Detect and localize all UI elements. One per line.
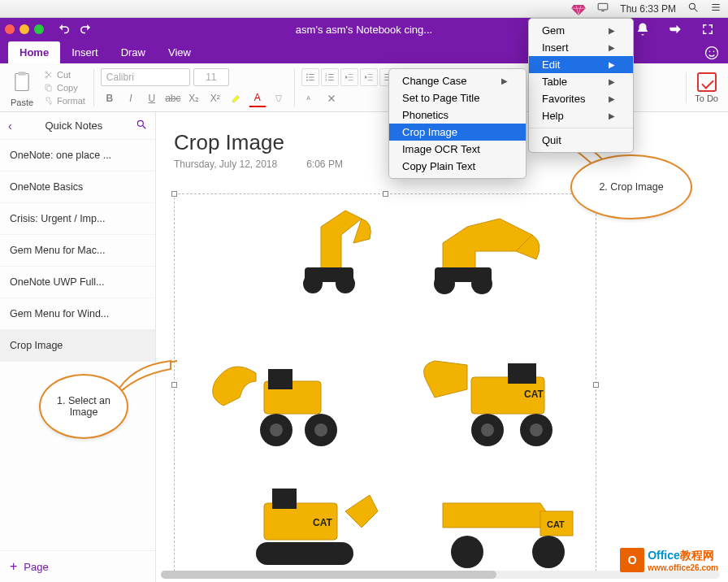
- clear-format-button[interactable]: [270, 89, 288, 107]
- add-page-button[interactable]: + Page: [0, 550, 155, 582]
- svg-text:A: A: [306, 95, 310, 101]
- styles-button[interactable]: A: [301, 89, 319, 107]
- svg-text:3: 3: [325, 78, 327, 81]
- edit-phonetics[interactable]: Phonetics: [389, 106, 526, 124]
- mac-menubar: Thu 6:33 PM: [0, 0, 728, 18]
- screen-mirror-icon[interactable]: [597, 2, 609, 15]
- tab-home[interactable]: Home: [8, 41, 60, 63]
- gem-menu-edit[interactable]: Edit▶: [529, 56, 633, 73]
- sidebar-item[interactable]: OneNote UWP Full...: [0, 267, 155, 298]
- svg-rect-1: [598, 3, 608, 10]
- gem-menu-gem[interactable]: Gem▶: [529, 22, 633, 39]
- superscript-button[interactable]: X²: [206, 89, 224, 107]
- indent-button[interactable]: [360, 68, 378, 86]
- svg-point-39: [137, 120, 143, 126]
- watermark: O Office教程网 www.office26.com: [620, 548, 718, 572]
- italic-button[interactable]: I: [122, 89, 140, 107]
- svg-rect-11: [15, 73, 28, 90]
- svg-point-10: [713, 51, 715, 53]
- svg-point-21: [306, 79, 308, 80]
- outdent-button[interactable]: [340, 68, 358, 86]
- notification-center-icon[interactable]: [710, 2, 722, 15]
- svg-point-51: [270, 423, 283, 436]
- svg-point-58: [481, 423, 494, 436]
- gem-menu-table[interactable]: Table▶: [529, 73, 633, 90]
- bullets-button[interactable]: [301, 68, 319, 86]
- fullscreen-icon[interactable]: [700, 22, 715, 37]
- font-color-button[interactable]: A: [249, 89, 266, 107]
- toy-dumptruck-icon: CAT: [418, 479, 589, 576]
- numbering-button[interactable]: 123: [321, 68, 339, 86]
- selected-image-frame[interactable]: CAT CAT CAT: [174, 193, 596, 575]
- edit-set-page-title[interactable]: Set to Page Title: [389, 89, 526, 106]
- sidebar-search-icon[interactable]: [136, 119, 147, 132]
- svg-point-52: [314, 423, 327, 436]
- sidebar-item[interactable]: Crop Image: [0, 330, 155, 362]
- edit-crop-image[interactable]: Crop Image: [389, 124, 526, 141]
- gem-menu-insert[interactable]: Insert▶: [529, 39, 633, 56]
- toy-loader-icon: CAT: [402, 341, 573, 454]
- notifications-icon[interactable]: [635, 22, 650, 37]
- plus-icon: +: [10, 559, 17, 574]
- sidebar-item[interactable]: Crisis: Urgent / Imp...: [0, 203, 155, 235]
- strike-button[interactable]: abc: [164, 89, 182, 107]
- cut-button[interactable]: Cut: [42, 69, 87, 80]
- svg-rect-63: [256, 542, 353, 565]
- todo-tag-button[interactable]: [697, 72, 717, 92]
- sidebar-title: Quick Notes: [12, 119, 136, 132]
- page-date: Thursday, July 12, 2018: [174, 159, 277, 170]
- font-name-combo[interactable]: Calibri: [101, 68, 190, 86]
- spotlight-icon[interactable]: [687, 2, 699, 15]
- svg-point-8: [706, 47, 718, 59]
- svg-rect-48: [268, 369, 292, 389]
- resize-handle[interactable]: [171, 191, 177, 197]
- toy-excavator-icon: [272, 202, 378, 300]
- svg-point-66: [451, 536, 483, 568]
- svg-rect-16: [47, 86, 51, 91]
- undo-icon[interactable]: [57, 22, 72, 37]
- delete-button[interactable]: [323, 89, 340, 107]
- close-window-button[interactable]: [5, 24, 15, 34]
- tab-draw[interactable]: Draw: [110, 41, 157, 63]
- svg-marker-0: [572, 5, 586, 15]
- gem-menu-help[interactable]: Help▶: [529, 107, 633, 124]
- highlight-button[interactable]: [228, 89, 245, 107]
- sidebar-item[interactable]: OneNote: one place ...: [0, 140, 155, 172]
- format-painter-button[interactable]: Format: [42, 95, 87, 106]
- gem-menu-favorites[interactable]: Favorites▶: [529, 90, 633, 107]
- svg-text:CAT: CAT: [524, 389, 544, 400]
- toy-bulldozer-icon: CAT: [223, 479, 386, 576]
- font-size-combo[interactable]: 11: [193, 68, 229, 86]
- bold-button[interactable]: B: [101, 89, 119, 107]
- todo-label: To Do: [695, 93, 718, 103]
- svg-point-17: [306, 73, 308, 75]
- svg-rect-54: [508, 363, 536, 384]
- sidebar-item[interactable]: OneNote Basics: [0, 172, 155, 203]
- paste-button[interactable]: Paste: [5, 68, 39, 107]
- callout-select-image: 1. Select an Image: [39, 374, 128, 439]
- edit-submenu: Change Case▶ Set to Page Title Phonetics…: [388, 68, 526, 179]
- tab-insert[interactable]: Insert: [60, 41, 110, 63]
- underline-button[interactable]: U: [143, 89, 161, 107]
- minimize-window-button[interactable]: [20, 24, 29, 34]
- svg-line-40: [143, 126, 146, 129]
- edit-change-case[interactable]: Change Case▶: [389, 72, 526, 89]
- sidebar-item[interactable]: Gem Menu for Wind...: [0, 298, 155, 330]
- copy-button[interactable]: Copy: [42, 82, 87, 93]
- gem-menubar-icon[interactable]: [571, 2, 586, 16]
- subscript-button[interactable]: X₂: [185, 89, 203, 107]
- watermark-icon: O: [620, 548, 644, 572]
- share-icon[interactable]: [668, 22, 682, 37]
- callout-crop-image: 2. Crop Image: [570, 154, 692, 219]
- resize-handle[interactable]: [593, 382, 599, 388]
- resize-handle[interactable]: [383, 191, 388, 197]
- edit-copy-plain-text[interactable]: Copy Plain Text: [389, 158, 526, 175]
- smiley-feedback-icon[interactable]: [704, 45, 728, 63]
- edit-image-ocr[interactable]: Image OCR Text: [389, 141, 526, 158]
- zoom-window-button[interactable]: [34, 24, 44, 34]
- svg-point-67: [532, 536, 565, 568]
- gem-menu-quit[interactable]: Quit: [529, 132, 633, 149]
- redo-icon[interactable]: [78, 22, 93, 37]
- sidebar-item[interactable]: Gem Menu for Mac...: [0, 235, 155, 267]
- tab-view[interactable]: View: [157, 41, 202, 63]
